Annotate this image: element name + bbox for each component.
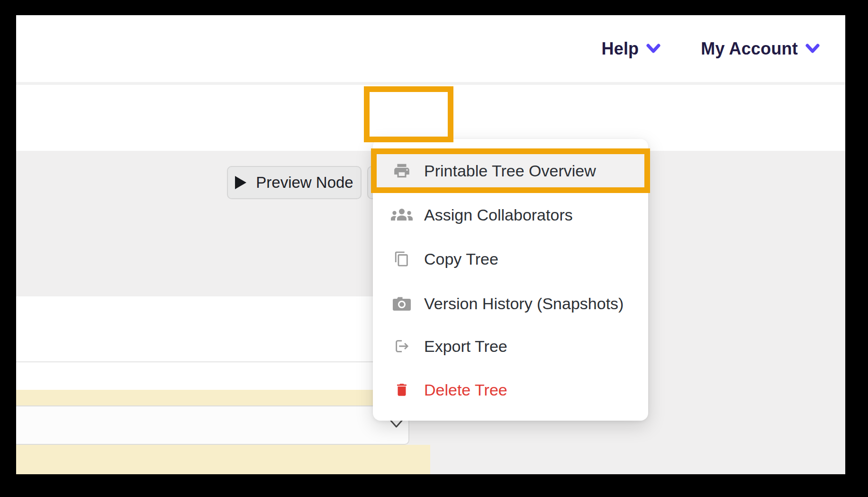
help-label: Help <box>602 39 639 59</box>
preview-node-label: Preview Node <box>256 174 353 192</box>
menu-item-label: Assign Collaborators <box>424 206 573 224</box>
menu-item-export-tree[interactable]: Export Tree <box>373 330 648 363</box>
my-account-menu[interactable]: My Account <box>701 39 820 59</box>
menu-item-delete-tree[interactable]: Delete Tree <box>373 373 648 406</box>
node-select-field[interactable] <box>16 405 409 445</box>
header-nav: Help My Account <box>602 15 820 82</box>
app-window: Help My Account Auto Save: On Settings <box>16 15 845 474</box>
menu-item-copy-tree[interactable]: Copy Tree <box>373 242 648 276</box>
export-icon <box>391 338 413 354</box>
chevron-down-icon[interactable] <box>390 420 403 428</box>
highlighted-node-band-bottom <box>16 445 430 474</box>
content-panel <box>16 296 430 390</box>
menu-item-label: Copy Tree <box>424 250 498 268</box>
menu-item-label: Delete Tree <box>424 381 507 399</box>
copy-icon <box>391 250 413 268</box>
groups-icon <box>391 206 413 223</box>
help-menu[interactable]: Help <box>602 39 661 59</box>
highlight-frame-tools <box>364 86 453 142</box>
menu-item-version-history[interactable]: Version History (Snapshots) <box>373 287 648 320</box>
menu-item-assign-collaborators[interactable]: Assign Collaborators <box>373 198 648 231</box>
preview-node-button[interactable]: Preview Node <box>227 166 362 199</box>
my-account-label: My Account <box>701 39 798 59</box>
chevron-down-icon <box>805 43 820 55</box>
highlight-frame-printable-overview <box>371 148 650 193</box>
header: Help My Account <box>16 15 845 82</box>
chevron-down-icon <box>646 43 660 55</box>
menu-item-label: Version History (Snapshots) <box>424 295 624 313</box>
panel-divider <box>16 361 430 362</box>
highlighted-node-band <box>16 390 430 405</box>
play-icon <box>235 176 246 189</box>
camera-icon <box>391 295 413 312</box>
trash-icon <box>391 381 413 399</box>
menu-item-label: Export Tree <box>424 337 507 356</box>
